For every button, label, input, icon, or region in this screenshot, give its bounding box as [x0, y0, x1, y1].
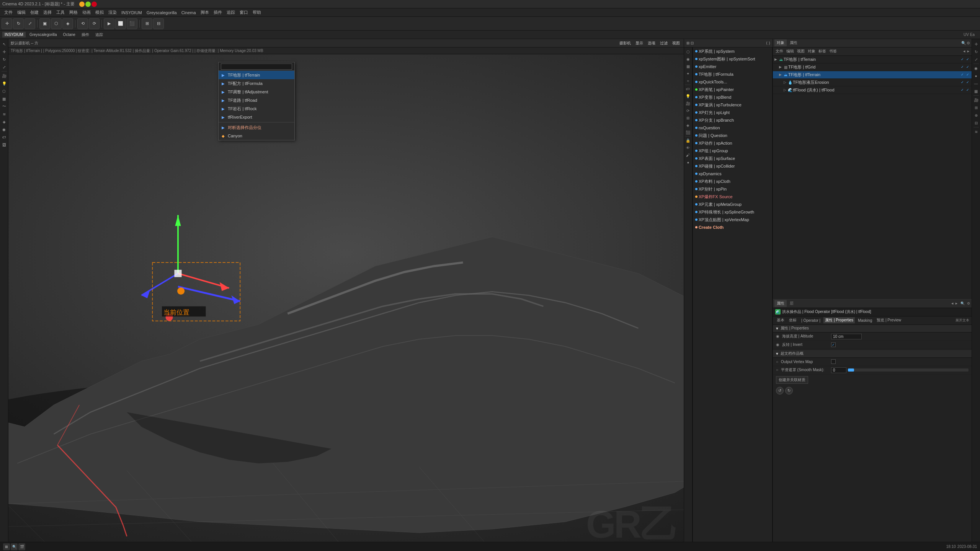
tree-action-lock[interactable]: ✓: [965, 57, 970, 62]
tree-row-tfgrid[interactable]: ▶ ▦ TF地形 | tfGrid ✓ ✓: [773, 64, 972, 71]
mis-eye[interactable]: 👁: [684, 144, 691, 151]
vp-btn-filter[interactable]: 过滤: [658, 40, 669, 46]
plugin-tab-gsg[interactable]: Greyscalegorilla: [27, 32, 59, 37]
dropdown-item-tfriver[interactable]: ▶ tfRiverExport: [219, 113, 294, 121]
plugin-tab-octane[interactable]: Octane: [61, 32, 78, 37]
menu-plugins[interactable]: 插件: [212, 9, 224, 16]
prop-section-props[interactable]: ▼ 属性 | Properties: [773, 325, 972, 333]
xp-item-painter[interactable]: XP画笔 | xpPainter: [693, 86, 772, 93]
scene-tab-attrs[interactable]: 属性: [787, 39, 800, 46]
tb-render-preview[interactable]: ▶: [104, 18, 114, 29]
mis-field[interactable]: ▦: [684, 63, 691, 70]
tree-row-tffield[interactable]: ▶ ⛰ TF地形 | tfTerrain ✓ ✓: [773, 56, 972, 64]
xp-item-cloth[interactable]: XP布料 | xpCloth: [693, 178, 772, 185]
prop-nav-prev[interactable]: ◄: [951, 302, 954, 305]
ls-rotate-icon[interactable]: ↻: [1, 56, 8, 63]
xp-item-collider[interactable]: XP碰撞 | xpCollider: [693, 162, 772, 170]
ri-poly-icon[interactable]: ▦: [973, 88, 980, 95]
xp-item-light[interactable]: XP灯光 | xpLight: [693, 109, 772, 116]
tree-action-lock-ter[interactable]: ✓: [965, 72, 970, 77]
tree-row-erosion[interactable]: ▷ 💧 TF地形液压Erosion ✓ ✓: [773, 79, 972, 86]
scene-btn-bookmarks[interactable]: 书签: [828, 48, 838, 54]
viewport-canvas[interactable]: 当前位置 GR乙: [8, 54, 684, 551]
prop-slider-smooth[interactable]: [848, 368, 969, 372]
ls-move-icon[interactable]: ✛: [1, 48, 8, 55]
menu-edit[interactable]: 编辑: [15, 9, 28, 16]
prop-check-invert[interactable]: ◉: [776, 342, 779, 347]
scene-search-icon[interactable]: 🔍: [961, 41, 966, 45]
xp-item-system[interactable]: XP系统 | xpSystem: [693, 47, 772, 55]
tree-action-lock-grid[interactable]: ✓: [965, 65, 970, 69]
mis-render[interactable]: ⬛: [684, 129, 691, 136]
dropdown-item-tfadjust[interactable]: ▶ TF调整 | tfAdjustment: [219, 88, 294, 96]
mis-tag[interactable]: 🏷: [684, 85, 691, 92]
dropdown-item-tfformula[interactable]: ▶ TF配方 | tfFormula: [219, 79, 294, 88]
prop-search[interactable]: 🔍: [959, 302, 966, 305]
scene-btn-objects[interactable]: 对象: [807, 48, 817, 54]
mis-vert[interactable]: ●: [684, 159, 691, 166]
mis-select[interactable]: ◈: [684, 122, 691, 129]
prop-input-smooth[interactable]: [831, 367, 846, 373]
plugin-tab-plugins[interactable]: 插件: [79, 31, 91, 38]
mis-light[interactable]: 💡: [684, 93, 691, 99]
dropdown-item-canyon[interactable]: ◆ Canyon: [219, 132, 294, 140]
xp-item-action[interactable]: XP动作 | xpAction: [693, 139, 772, 147]
mis-paint[interactable]: 🖌: [684, 152, 691, 158]
filter-masking[interactable]: Masking: [856, 318, 874, 323]
dropdown-item-tfrock[interactable]: ▶ TF岩石 | tfRock: [219, 104, 294, 113]
xp-item-pin[interactable]: XP别针 | xpPin: [693, 185, 772, 193]
ls-poly-icon[interactable]: ▦: [1, 95, 8, 102]
scene-nav-prev[interactable]: ◄: [962, 49, 966, 53]
mis-lock[interactable]: 🔒: [684, 137, 691, 144]
prop-check-ovm[interactable]: ○: [776, 360, 778, 364]
menu-gsg[interactable]: Greyscalegorilla: [145, 10, 179, 16]
scene-settings-icon[interactable]: ⚙: [967, 41, 970, 45]
mis-camera[interactable]: 🎥: [684, 100, 691, 107]
tree-row-tfterrain[interactable]: ▶ ⛰ TF地形 | tfTerrain ✓ ✓: [773, 71, 972, 79]
menu-insydium[interactable]: INSYDIUM: [119, 10, 144, 16]
plugin-tab-track[interactable]: 追踪: [93, 31, 105, 38]
close-button[interactable]: [91, 2, 97, 7]
mis-emitter[interactable]: ⬡: [684, 48, 691, 55]
tree-row-tfflood[interactable]: ▷ 🌊 tfFlood (洪水) | tfFlood ✓ ✓: [773, 86, 972, 94]
ls-scale-icon[interactable]: ⤢: [1, 64, 8, 70]
scene-btn-edit[interactable]: 编辑: [785, 48, 795, 54]
scene-btn-file[interactable]: 文件: [774, 48, 784, 54]
scene-btn-view[interactable]: 视图: [796, 48, 806, 54]
xp-item-explosion[interactable]: XP爆炸FX Source: [693, 193, 772, 201]
taskbar-c4d[interactable]: 🎬: [18, 543, 25, 550]
mis-object[interactable]: ◉: [684, 55, 691, 62]
menu-mesh[interactable]: 网格: [67, 9, 80, 16]
xp-item-systemsort[interactable]: xpSystem图标 | xpSystemSort: [693, 55, 772, 63]
prop-redo-icon[interactable]: ↻: [785, 387, 793, 395]
scene-btn-tags[interactable]: 标签: [817, 48, 827, 54]
menu-tools[interactable]: 工具: [54, 9, 67, 16]
prop-addmaterial-btn[interactable]: 创建并关联材质: [776, 376, 808, 384]
prop-check-smooth[interactable]: ○: [776, 368, 778, 372]
ls-light-icon[interactable]: 💡: [1, 80, 8, 87]
xp-item-emitter[interactable]: xpEmitter: [693, 63, 772, 70]
ls-mesh-icon[interactable]: ⬡: [1, 88, 8, 95]
ri-axis-icon[interactable]: ⊕: [973, 112, 980, 119]
menu-help[interactable]: 帮助: [251, 9, 263, 16]
ri-edge-icon[interactable]: —: [973, 80, 980, 87]
xp-item-splinegrowth[interactable]: XP特殊增长 | xpSplineGrowth: [693, 208, 772, 216]
tb-snap[interactable]: ⊞: [142, 18, 152, 29]
tb-undo[interactable]: ⟲: [77, 18, 88, 29]
tb-select-lasso[interactable]: ⬡: [51, 18, 62, 29]
ri-object-icon[interactable]: ◉: [973, 65, 980, 72]
menu-script[interactable]: 脚本: [199, 9, 211, 16]
ri-deform-icon[interactable]: ≋: [973, 128, 980, 135]
ri-scale-icon[interactable]: ⤢: [973, 56, 980, 63]
filter-properties[interactable]: 属性 | Properties: [823, 317, 855, 323]
menu-window[interactable]: 窗口: [238, 9, 250, 16]
prop-settings[interactable]: ⚙: [967, 302, 970, 305]
mis-deform[interactable]: ⟳: [684, 107, 691, 114]
prop-undo-icon[interactable]: ↺: [776, 387, 784, 395]
tb-rotate[interactable]: ↻: [13, 18, 24, 29]
xp-item-question[interactable]: 问题 | Question: [693, 132, 772, 139]
prop-checkbox-invert[interactable]: ✓: [831, 342, 836, 347]
vp-btn-camera[interactable]: 摄影机: [618, 40, 632, 46]
menu-animate[interactable]: 动画: [80, 9, 93, 16]
tb-move[interactable]: ✛: [2, 18, 12, 29]
